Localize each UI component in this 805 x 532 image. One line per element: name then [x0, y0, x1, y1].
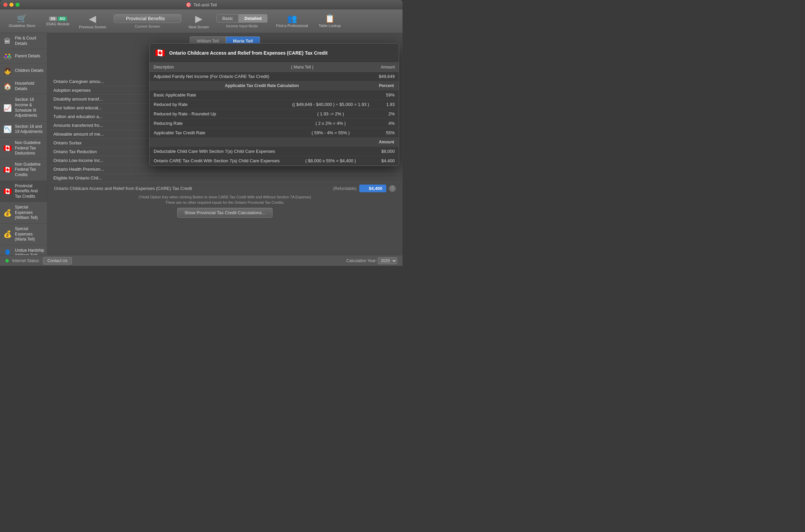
store-label: iGuideline Store	[9, 24, 35, 28]
sidebar-section18-label: Section 18 and 19 Adjustments	[15, 124, 44, 135]
find-professional-button[interactable]: 👥 Find a Professional	[271, 13, 313, 29]
section18-icon: 📉	[3, 125, 12, 134]
internet-status-dot	[5, 259, 9, 263]
window-controls[interactable]	[3, 3, 20, 7]
modal-section1-percent-col: Percent	[374, 81, 399, 90]
basic-mode-button[interactable]: Basic	[217, 14, 239, 23]
next-screen-button[interactable]: ▶ Next Screen	[185, 12, 214, 30]
sidebar-item-children[interactable]: 👧 Children Details	[0, 64, 47, 78]
current-screen-label: Current Screen	[135, 24, 160, 28]
undue-william-icon: 👤	[3, 249, 12, 255]
table-lookup-button[interactable]: 📋 Table Lookup	[313, 13, 346, 29]
modal-section2-header: Amount	[150, 138, 399, 147]
income-mode-group: Basic Detailed Income Input Mode	[213, 14, 271, 28]
household-icon: 🏠	[3, 82, 12, 91]
modal-section1-title: Applicable Tax Credit Rate Calculation	[150, 81, 374, 90]
content-area: William Tell Maria Tell Province of Resi…	[47, 33, 403, 255]
contact-us-button[interactable]: Contact Us	[43, 257, 72, 265]
toolbar: 🛒 iGuideline Store SSAG SSAG Module ◀ Pr…	[0, 10, 403, 33]
modal-cell-deductable-value: $8,000	[374, 147, 399, 156]
modal-cell-care-formula: ( $8,000 x 55% = $4,400 )	[287, 156, 374, 166]
modal-flag-icon: 🇨🇦	[155, 48, 165, 58]
calc-year-label: Calculation Year: 2020	[346, 258, 397, 264]
sidebar-undue-william-label: Undue Hardship (William Tell)	[15, 248, 44, 255]
modal-cell-deductable-formula	[287, 147, 374, 156]
modal-cell-basic-label: Basic Applicable Rate	[150, 90, 287, 100]
modal-cell-applicable-formula: ( 59% - 4% = 55% )	[287, 128, 374, 138]
window-title: Tell-and-Tell	[194, 2, 217, 7]
detailed-mode-button[interactable]: Detailed	[239, 14, 268, 23]
title-bar: 🎯 Tell-and-Tell	[0, 0, 403, 10]
current-screen-select[interactable]: Provincial Benefits	[114, 14, 181, 23]
modal-title: Ontario Childcare Access and Relief from…	[169, 50, 328, 56]
sidebar-special-william-label: Special Expenses (William Tell)	[15, 205, 44, 221]
modal-row-applicable-rate: Applicable Tax Credit Rate ( 59% - 4% = …	[150, 128, 399, 138]
prev-screen-button[interactable]: ◀ Previous Screen	[75, 12, 110, 30]
modal-cell-adj-label: Adjusted Family Net Income (For Ontario …	[150, 72, 287, 81]
sidebar-file-court-label: File & Court Details	[15, 36, 44, 46]
sidebar-item-household[interactable]: 🏠 Household Details	[0, 78, 47, 94]
modal-cell-basic-formula	[287, 90, 374, 100]
sidebar-item-section16[interactable]: 📈 Section 16 Income & Schedule III Adjus…	[0, 94, 47, 121]
modal-cell-reduced-value: 1.93	[374, 100, 399, 109]
sidebar-item-provincial[interactable]: 🇨🇦 Provincial Benefits And Tax Credits	[0, 181, 47, 203]
sidebar-item-section18[interactable]: 📉 Section 18 and 19 Adjustments	[0, 121, 47, 138]
next-label: Next Screen	[189, 25, 209, 29]
sidebar-children-label: Children Details	[15, 68, 44, 74]
modal-section1-header: Applicable Tax Credit Rate Calculation P…	[150, 81, 399, 90]
close-button[interactable]	[3, 3, 7, 7]
sidebar-item-special-maria[interactable]: 💰 Special Expenses (Maria Tell)	[0, 224, 47, 245]
sidebar-household-label: Household Details	[15, 81, 44, 91]
modal-row-rounded-up: Reduced by Rate - Rounded Up ( 1.93 -> 2…	[150, 109, 399, 119]
parent-icon: 👫	[3, 52, 12, 61]
provincial-icon: 🇨🇦	[3, 187, 12, 196]
main-layout: 🏛 File & Court Details 👫 Parent Details …	[0, 33, 403, 255]
modal-table: Description ( Maria Tell ) Amount Adjust…	[150, 63, 399, 166]
modal-cell-care-label: Ontario CARE Tax Credit With Section 7(a…	[150, 156, 287, 166]
sidebar-parent-label: Parent Details	[15, 54, 44, 59]
modal-cell-deductable-label: Deductable Child Care With Section 7(a) …	[150, 147, 287, 156]
minimize-button[interactable]	[10, 3, 14, 7]
modal-cell-reducing-label: Reducing Rate	[150, 119, 287, 128]
modal-row-basic-rate: Basic Applicable Rate 59%	[150, 90, 399, 100]
modal-section2-amount-col: Amount	[374, 138, 399, 147]
modal-cell-rounded-formula: ( 1.93 -> 2% )	[287, 109, 374, 119]
modal-section2-empty	[150, 138, 374, 147]
table-lookup-label: Table Lookup	[319, 24, 341, 28]
sidebar-item-parent[interactable]: 👫 Parent Details	[0, 49, 47, 64]
modal-cell-rounded-value: 2%	[374, 109, 399, 119]
iguideline-store-button[interactable]: 🛒 iGuideline Store	[3, 13, 40, 29]
calc-year-select[interactable]: 2020	[378, 258, 397, 264]
table-lookup-icon: 📋	[325, 15, 335, 23]
sidebar-item-non-ded[interactable]: 🇨🇦 Non Guideline Federal Tax Deductions	[0, 138, 47, 159]
modal-overlay: 🇨🇦 Ontario Childcare Access and Relief f…	[47, 33, 403, 255]
modal-row-reduced-rate: Reduced by Rate (( $49,649 - $40,000 ) ÷…	[150, 100, 399, 109]
store-icon: 🛒	[17, 15, 27, 23]
modal-cell-applicable-label: Applicable Tax Credit Rate	[150, 128, 287, 138]
sidebar-item-non-cred[interactable]: 🇨🇦 Non Guideline Federal Tax Credits	[0, 159, 47, 181]
sidebar-item-undue-william[interactable]: 👤 Undue Hardship (William Tell)	[0, 245, 47, 255]
sidebar-item-file-court[interactable]: 🏛 File & Court Details	[0, 33, 47, 49]
non-cred-icon: 🇨🇦	[3, 165, 12, 174]
care-modal: 🇨🇦 Ontario Childcare Access and Relief f…	[149, 43, 399, 166]
title-bar-text: 🎯 Tell-and-Tell	[186, 2, 217, 7]
maximize-button[interactable]	[16, 3, 20, 7]
modal-col-person: ( Maria Tell )	[287, 63, 374, 72]
modal-cell-reduced-label: Reduced by Rate	[150, 100, 287, 109]
next-arrow-icon: ▶	[195, 13, 203, 24]
modal-cell-reducing-value: 4%	[374, 119, 399, 128]
non-ded-icon: 🇨🇦	[3, 144, 12, 152]
app-icon: 🎯	[186, 2, 191, 7]
modal-cell-rounded-label: Reduced by Rate - Rounded Up	[150, 109, 287, 119]
file-court-icon: 🏛	[3, 37, 12, 45]
prev-label: Previous Screen	[79, 25, 106, 29]
children-icon: 👧	[3, 66, 12, 75]
mode-buttons: Basic Detailed	[217, 14, 267, 23]
income-mode-label: Income Input Mode	[226, 24, 258, 28]
special-maria-icon: 💰	[3, 230, 12, 239]
modal-cell-care-value: $4,400	[374, 156, 399, 166]
sidebar-item-special-william[interactable]: 💰 Special Expenses (William Tell)	[0, 202, 47, 224]
modal-cell-applicable-value: 55%	[374, 128, 399, 138]
ssag-module-button[interactable]: SSAG SSAG Module	[40, 15, 75, 27]
modal-cell-basic-value: 59%	[374, 90, 399, 100]
